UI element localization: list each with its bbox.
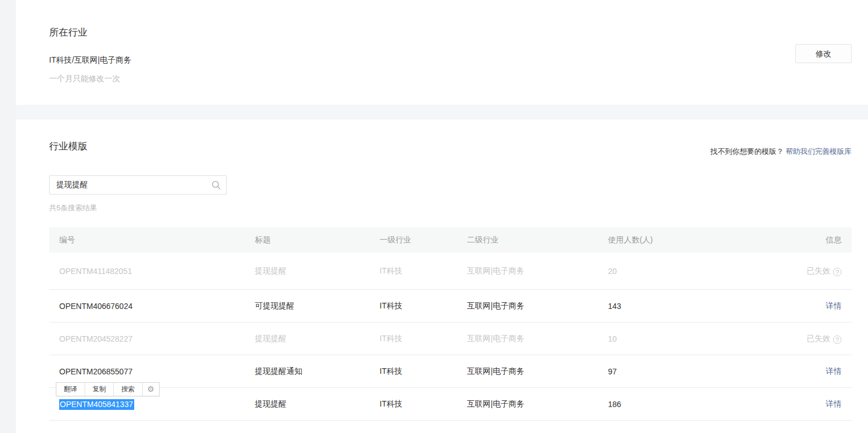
detail-link[interactable]: 详情 xyxy=(826,301,841,310)
column-header: 使用人数(人) xyxy=(608,235,767,245)
template-search-box xyxy=(49,175,227,195)
question-mark-icon[interactable]: ? xyxy=(833,335,841,344)
table-row: OPENTM204528227提现提醒IT科技互联网|电子商务10已失效? xyxy=(49,322,852,355)
template-help-line: 找不到你想要的模版？ 帮助我们完善模版库 xyxy=(710,147,852,157)
detail-link[interactable]: 详情 xyxy=(826,399,841,408)
search-icon[interactable] xyxy=(212,180,221,190)
question-mark-icon[interactable]: ? xyxy=(833,268,841,276)
industry-value: IT科技/互联网|电子商务 xyxy=(49,55,131,65)
table-body: OPENTM411482051提现提醒IT科技互联网|电子商务20已失效?OPE… xyxy=(49,253,852,421)
table-row: OPENTM405841337提现提醒IT科技互联网|电子商务186详情 xyxy=(49,388,852,421)
template-title: 提现提醒 xyxy=(255,266,287,275)
expired-badge: 已失效 xyxy=(807,266,830,275)
selection-context-menu: 翻译复制搜索⚙ xyxy=(56,382,160,396)
template-title: 提现提醒 xyxy=(255,399,287,408)
column-header: 编号 xyxy=(59,235,255,245)
secondary-industry: 互联网|电子商务 xyxy=(467,301,525,310)
modify-button[interactable]: 修改 xyxy=(795,44,852,63)
template-id: OPENTM206855077 xyxy=(59,367,133,376)
user-count: 97 xyxy=(608,367,617,376)
template-title: 提现提醒 xyxy=(255,334,287,343)
user-count: 143 xyxy=(608,302,621,311)
context-menu-item[interactable]: 复制 xyxy=(85,383,113,396)
primary-industry: IT科技 xyxy=(380,266,402,275)
secondary-industry: 互联网|电子商务 xyxy=(467,366,525,375)
primary-industry: IT科技 xyxy=(380,366,402,375)
column-header: 信息 xyxy=(767,235,841,245)
column-header: 二级行业 xyxy=(467,235,608,245)
industry-note: 一个月只能修改一次 xyxy=(49,74,120,84)
gear-icon[interactable]: ⚙ xyxy=(142,383,159,396)
context-menu-item[interactable]: 搜索 xyxy=(113,383,142,396)
template-id: OPENTM204528227 xyxy=(59,334,133,343)
detail-link[interactable]: 详情 xyxy=(826,366,841,375)
secondary-industry: 互联网|电子商务 xyxy=(467,334,525,343)
template-id: OPENTM406676024 xyxy=(59,302,133,311)
table-row: OPENTM406676024可提现提醒IT科技互联网|电子商务143详情 xyxy=(49,290,852,322)
industry-card: 所在行业 IT科技/互联网|电子商务 一个月只能修改一次 修改 xyxy=(25,6,868,105)
card-gap-band xyxy=(16,105,868,120)
primary-industry: IT科技 xyxy=(380,334,402,343)
help-improve-link[interactable]: 帮助我们完善模版库 xyxy=(786,147,852,156)
template-title: 提现提醒通知 xyxy=(255,366,302,375)
user-count: 20 xyxy=(608,267,617,276)
template-id: OPENTM405841337 xyxy=(59,399,134,410)
column-header: 一级行业 xyxy=(380,235,467,245)
table-row: OPENTM411482051提现提醒IT科技互联网|电子商务20已失效? xyxy=(49,253,852,290)
primary-industry: IT科技 xyxy=(380,399,402,408)
user-count: 186 xyxy=(608,400,621,409)
table-header-row: 编号标题一级行业二级行业使用人数(人)信息 xyxy=(49,227,852,253)
search-input[interactable] xyxy=(50,176,226,194)
templates-card-title: 行业模版 xyxy=(49,140,87,153)
primary-industry: IT科技 xyxy=(380,301,402,310)
search-result-count: 共5条搜索结果 xyxy=(49,203,97,213)
template-id: OPENTM411482051 xyxy=(59,267,132,276)
user-count: 10 xyxy=(608,334,617,343)
secondary-industry: 互联网|电子商务 xyxy=(467,399,525,408)
secondary-industry: 互联网|电子商务 xyxy=(467,266,525,275)
table-row: OPENTM206855077提现提醒通知IT科技互联网|电子商务97详情 xyxy=(49,355,852,388)
template-title: 可提现提醒 xyxy=(255,301,294,310)
industry-card-title: 所在行业 xyxy=(49,26,87,39)
expired-badge: 已失效 xyxy=(807,334,830,343)
template-table: 编号标题一级行业二级行业使用人数(人)信息 OPENTM411482051提现提… xyxy=(49,227,852,421)
left-sidebar-strip xyxy=(0,0,16,433)
column-header: 标题 xyxy=(255,235,380,245)
help-prompt: 找不到你想要的模版？ xyxy=(710,147,783,156)
context-menu-item[interactable]: 翻译 xyxy=(56,383,85,396)
